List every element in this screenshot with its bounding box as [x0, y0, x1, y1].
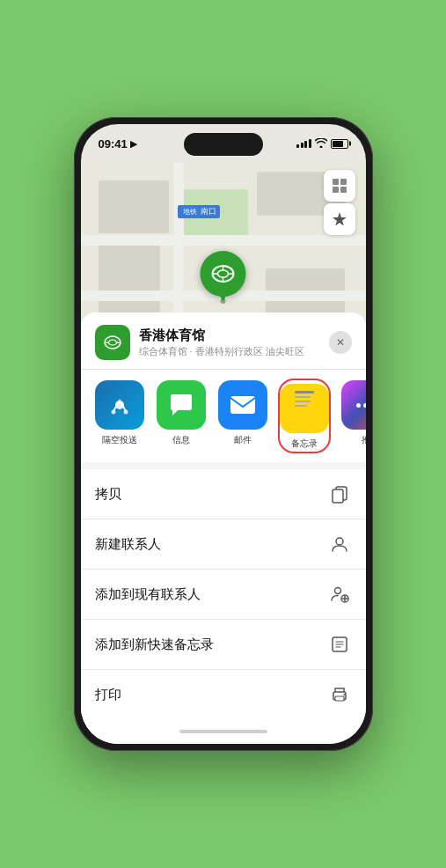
map-type-button[interactable] — [324, 170, 355, 202]
svg-rect-17 — [230, 396, 255, 414]
svg-point-21 — [334, 588, 340, 594]
venue-info: 香港体育馆 综合体育馆 · 香港特别行政区 油尖旺区 — [139, 327, 320, 358]
add-existing-icon — [327, 582, 352, 607]
map-road — [81, 235, 366, 246]
map-block — [99, 242, 160, 313]
action-quick-note[interactable]: 添加到新快速备忘录 — [81, 620, 366, 670]
status-time: 09:41 — [99, 137, 128, 151]
print-icon — [327, 682, 352, 707]
action-add-existing[interactable]: 添加到现有联系人 — [81, 570, 366, 620]
home-bar — [179, 730, 267, 733]
svg-rect-9 — [340, 187, 347, 193]
phone-frame: 09:41 ▶ — [74, 117, 373, 751]
venue-header: 香港体育馆 综合体育馆 · 香港特别行政区 油尖旺区 ✕ — [81, 313, 366, 369]
share-item-more[interactable]: 推 — [341, 380, 366, 452]
svg-point-16 — [123, 410, 128, 415]
notes-label: 备忘录 — [291, 438, 318, 450]
location-arrow-icon: ▶ — [130, 138, 137, 150]
messages-icon — [157, 380, 206, 430]
svg-point-31 — [343, 694, 345, 695]
new-contact-icon — [327, 532, 352, 556]
location-pin: 香港体育馆 — [195, 251, 251, 313]
home-indicator — [81, 719, 366, 744]
close-button[interactable]: ✕ — [329, 331, 352, 354]
status-icons — [296, 138, 348, 150]
airdrop-icon — [95, 380, 144, 430]
map-block — [99, 180, 169, 233]
svg-rect-7 — [340, 179, 347, 185]
map-controls — [324, 170, 355, 235]
venue-name: 香港体育馆 — [139, 327, 320, 344]
svg-rect-30 — [335, 696, 344, 701]
map-area[interactable]: 地铁 南口 香港体育馆 — [81, 163, 366, 313]
messages-label: 信息 — [172, 434, 190, 446]
battery-icon — [331, 139, 348, 149]
signal-bars-icon — [296, 139, 311, 148]
share-row: 隔空投送 信息 — [81, 369, 366, 462]
airdrop-label: 隔空投送 — [102, 434, 137, 446]
svg-rect-8 — [333, 187, 339, 193]
share-item-mail[interactable]: 邮件 — [218, 380, 267, 452]
svg-rect-19 — [333, 489, 343, 503]
print-label: 打印 — [95, 687, 121, 703]
share-item-notes[interactable]: 备忘录 — [280, 380, 329, 452]
quick-note-label: 添加到新快速备忘录 — [95, 636, 214, 653]
dynamic-island — [184, 133, 263, 156]
action-new-contact[interactable]: 新建联系人 — [81, 519, 366, 570]
copy-label: 拷贝 — [95, 486, 121, 503]
new-contact-label: 新建联系人 — [95, 536, 161, 553]
venue-icon — [95, 325, 130, 360]
add-existing-label: 添加到现有联系人 — [95, 586, 201, 603]
share-item-airdrop[interactable]: 隔空投送 — [95, 380, 144, 452]
wifi-icon — [315, 138, 327, 150]
action-print[interactable]: 打印 — [81, 670, 366, 719]
venue-subtitle: 综合体育馆 · 香港特别行政区 油尖旺区 — [139, 345, 320, 358]
action-list: 拷贝 新建联系人 — [81, 469, 366, 719]
phone-screen: 09:41 ▶ — [81, 124, 366, 744]
svg-point-15 — [111, 410, 115, 415]
mail-label: 邮件 — [234, 434, 252, 446]
svg-rect-6 — [333, 179, 339, 185]
notes-icon — [280, 384, 329, 433]
subway-label: 地铁 南口 — [178, 205, 220, 218]
location-button[interactable] — [324, 203, 355, 235]
mail-icon — [218, 380, 267, 430]
copy-icon — [327, 482, 352, 506]
action-copy[interactable]: 拷贝 — [81, 469, 366, 519]
svg-point-11 — [108, 340, 116, 345]
pin-icon — [201, 251, 246, 297]
quick-note-icon — [327, 632, 352, 657]
svg-point-20 — [336, 538, 343, 545]
share-item-messages[interactable]: 信息 — [157, 380, 206, 452]
more-label: 推 — [362, 434, 366, 446]
more-icon — [341, 380, 366, 430]
svg-point-1 — [218, 270, 229, 277]
bottom-sheet: 香港体育馆 综合体育馆 · 香港特别行政区 油尖旺区 ✕ — [81, 313, 366, 744]
